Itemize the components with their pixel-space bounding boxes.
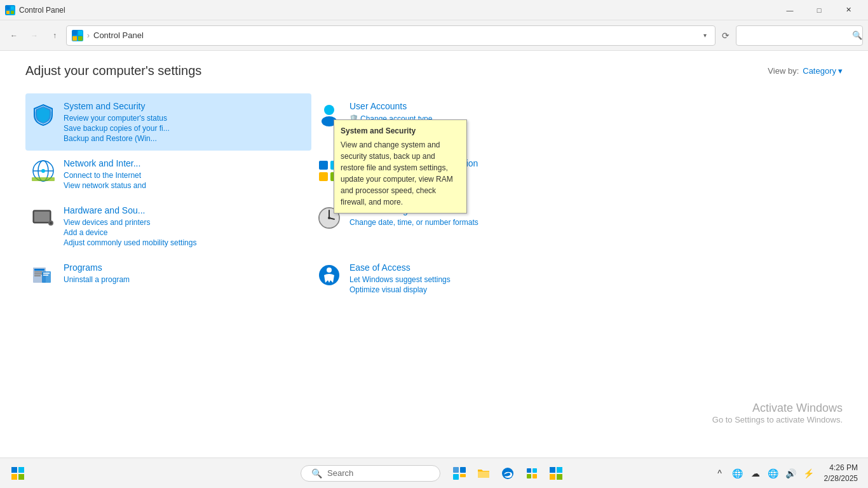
svg-rect-48 — [527, 468, 531, 473]
svg-rect-2 — [6, 11, 10, 14]
svg-rect-3 — [11, 11, 14, 14]
taskbar-search[interactable]: 🔍 Search — [301, 465, 440, 482]
svg-rect-32 — [34, 273, 43, 274]
tray-battery-icon[interactable]: ⚡ — [801, 466, 817, 481]
category-network-internet[interactable]: Network and Inter... Connect to the Inte… — [25, 151, 311, 198]
address-dropdown-button[interactable]: ▾ — [700, 30, 710, 41]
svg-rect-7 — [78, 36, 83, 41]
ease-access-content: Ease of Access Let Windows suggest setti… — [349, 262, 592, 294]
link-add-device[interactable]: Add a device — [64, 228, 306, 237]
link-uninstall-program[interactable]: Uninstall a program — [64, 275, 306, 284]
link-view-network-status[interactable]: View network status and — [64, 181, 306, 190]
clock-time: 4:26 PM — [824, 463, 858, 473]
start-button[interactable] — [5, 461, 31, 486]
address-bar[interactable]: › Control Panel ▾ — [66, 25, 715, 46]
svg-rect-18 — [319, 172, 328, 181]
link-mobility-settings[interactable]: Adjust commonly used mobility settings — [64, 238, 306, 247]
system-security-content: System and Security Review your computer… — [64, 101, 306, 143]
minimize-button[interactable]: — — [775, 0, 804, 20]
tooltip-description: View and change system and security stat… — [341, 139, 460, 208]
taskbar: 🔍 Search — [0, 458, 868, 488]
control-panel-icon — [5, 5, 15, 15]
up-button[interactable]: ↑ — [46, 27, 64, 44]
link-view-devices-printers[interactable]: View devices and printers — [64, 218, 306, 227]
activate-windows-title: Activate Windows — [712, 402, 843, 415]
category-programs[interactable]: Programs Uninstall a program — [25, 255, 311, 302]
svg-point-9 — [324, 105, 334, 115]
taskbar-left — [0, 461, 31, 486]
tray-volume-icon[interactable]: 🔊 — [783, 466, 799, 481]
svg-rect-33 — [34, 275, 41, 276]
address-separator: › — [87, 31, 90, 40]
maximize-button[interactable]: □ — [804, 0, 834, 20]
network-internet-title[interactable]: Network and Inter... — [64, 158, 306, 168]
link-windows-suggest[interactable]: Let Windows suggest settings — [349, 275, 592, 284]
svg-rect-1 — [11, 6, 14, 10]
category-hardware-sound[interactable]: Hardware and Sou... View devices and pri… — [25, 198, 311, 255]
system-security-links: Review your computer's status Save backu… — [64, 114, 306, 143]
svg-point-23 — [50, 222, 52, 224]
svg-rect-52 — [550, 467, 555, 473]
svg-rect-0 — [6, 6, 10, 10]
system-security-icon — [31, 101, 56, 126]
search-input[interactable] — [742, 30, 848, 40]
taskbar-icon-store[interactable] — [520, 462, 543, 485]
system-tray: ^ 🌐 ☁ 🌐 🔊 ⚡ — [712, 466, 817, 481]
taskbar-icon-widgets[interactable] — [448, 462, 471, 485]
link-optimize-display[interactable]: Optimize visual display — [349, 285, 592, 294]
link-change-date-time[interactable]: Change date, time, or number formats — [349, 218, 592, 227]
svg-point-28 — [328, 217, 330, 219]
link-review-status[interactable]: Review your computer's status — [64, 114, 306, 123]
back-button[interactable]: ← — [5, 27, 23, 44]
svg-rect-50 — [527, 474, 531, 478]
close-button[interactable]: ✕ — [834, 0, 863, 20]
ease-access-title[interactable]: Ease of Access — [349, 262, 592, 273]
svg-rect-49 — [532, 468, 537, 473]
tray-chevron[interactable]: ^ — [712, 466, 728, 481]
taskbar-search-icon: 🔍 — [311, 468, 322, 478]
link-backup-restore[interactable]: Backup and Restore (Win... — [64, 134, 306, 143]
svg-rect-46 — [460, 474, 466, 477]
svg-rect-5 — [78, 30, 83, 35]
taskbar-icon-edge[interactable] — [496, 462, 519, 485]
network-internet-links: Connect to the Internet View network sta… — [64, 171, 306, 190]
hardware-sound-content: Hardware and Sou... View devices and pri… — [64, 205, 306, 247]
taskbar-icon-file-explorer[interactable] — [472, 462, 495, 485]
svg-rect-44 — [460, 467, 466, 473]
title-bar: Control Panel — □ ✕ — [0, 0, 868, 20]
activate-windows-subtitle: Go to Settings to activate Windows. — [712, 415, 843, 424]
programs-links: Uninstall a program — [64, 275, 306, 284]
link-save-backup[interactable]: Save backup copies of your fi... — [64, 124, 306, 133]
system-security-title[interactable]: System and Security — [64, 101, 306, 111]
link-connect-internet[interactable]: Connect to the Internet — [64, 171, 306, 180]
main-content: Adjust your computer's settings View by:… — [0, 51, 868, 458]
tray-globe-icon[interactable]: 🌐 — [766, 466, 781, 481]
activate-windows-watermark: Activate Windows Go to Settings to activ… — [712, 402, 843, 424]
search-bar[interactable]: 🔍 — [736, 25, 863, 46]
user-accounts-title[interactable]: User Accounts — [349, 101, 592, 111]
category-system-security[interactable]: System and Security Review your computer… — [25, 93, 311, 151]
system-clock[interactable]: 4:26 PM 2/28/2025 — [819, 463, 863, 484]
programs-icon — [31, 262, 56, 288]
tray-cloud-icon[interactable]: ☁ — [748, 466, 763, 481]
tray-network-icon[interactable]: 🌐 — [730, 466, 745, 481]
tooltip: System and Security View and change syst… — [334, 119, 467, 214]
svg-rect-30 — [34, 269, 44, 271]
taskbar-icon-control-panel[interactable] — [545, 462, 567, 485]
taskbar-search-text: Search — [327, 468, 353, 478]
category-ease-access[interactable]: Ease of Access Let Windows suggest setti… — [311, 255, 597, 302]
hardware-sound-title[interactable]: Hardware and Sou... — [64, 205, 306, 215]
ease-access-links: Let Windows suggest settings Optimize vi… — [349, 275, 592, 294]
view-by-dropdown[interactable]: Category ▾ — [803, 66, 843, 76]
view-by-label: View by: — [768, 66, 799, 76]
view-by: View by: Category ▾ — [768, 66, 843, 76]
svg-rect-35 — [43, 273, 50, 274]
programs-title[interactable]: Programs — [64, 262, 306, 273]
programs-content: Programs Uninstall a program — [64, 262, 306, 284]
hardware-sound-icon — [31, 205, 56, 231]
forward-button[interactable]: → — [25, 27, 43, 44]
svg-rect-15 — [32, 177, 55, 181]
refresh-button[interactable]: ⟳ — [718, 28, 733, 43]
svg-rect-31 — [34, 271, 42, 273]
page-header: Adjust your computer's settings View by:… — [25, 64, 843, 78]
